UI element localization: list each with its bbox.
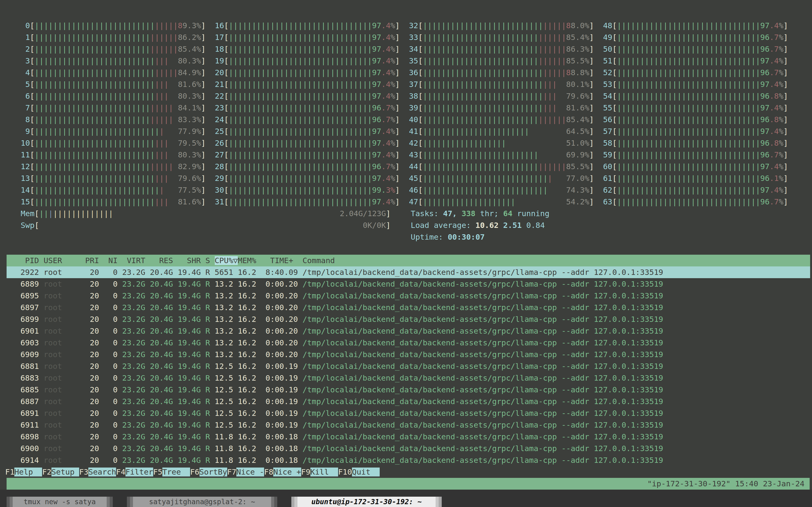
sort-column-cpu[interactable]: CPU%▽ — [215, 256, 238, 265]
terminal-tab[interactable]: satyajitghana@gsplat-2: ~ — [127, 497, 277, 507]
fkey-f7[interactable]: F7 — [227, 467, 236, 476]
cpu-meter-10: 10[||||||||||||||||||||||||||||| 79.5%] — [21, 137, 206, 149]
cpu-meter-49: 49[|||||||||||||||||||||||||||||||96.7%] — [603, 32, 788, 43]
cpu-meter-17: 17[|||||||||||||||||||||||||||||||97.4%] — [215, 32, 400, 43]
cpu-meter-25: 25[|||||||||||||||||||||||||||||||97.4%] — [215, 125, 400, 137]
process-row[interactable]: 6914 root 20 0 23.2G 20.4G 19.4G R 11.8 … — [7, 454, 810, 466]
cpu-meter-40: 40[|||||||||||||||||||||||||||||||85.4%] — [409, 114, 594, 125]
tab-title: tmux new -s satya — [13, 497, 107, 507]
cpu-meter-11: 11[||||||||||||||||||||||||||||| 80.3%] — [21, 149, 206, 161]
cpu-meter-21: 21[|||||||||||||||||||||||||||||||97.4%] — [215, 78, 400, 90]
process-row[interactable]: 6889 root 20 0 23.2G 20.4G 19.4G R 13.2 … — [7, 278, 810, 290]
process-row[interactable]: 6901 root 20 0 23.2G 20.4G 19.4G R 13.2 … — [7, 325, 810, 337]
memory-meter: Mem[|||||||||||||||| 2.04G/123G] — [21, 208, 391, 219]
cpu-meter-23: 23[|||||||||||||||||||||||||||||||96.7%] — [215, 102, 400, 114]
terminal-tab-active[interactable]: ubuntu@ip-172-31-30-192: ~ — [291, 497, 442, 507]
fkey-label-tree[interactable]: Tree — [162, 467, 190, 476]
cpu-meter-55: 55[|||||||||||||||||||||||||||||||97.4%] — [603, 102, 788, 114]
cpu-meter-22: 22[|||||||||||||||||||||||||||||||97.4%] — [215, 90, 400, 102]
cpu-meter-45: 45[|||||||||||||||||||||||||||| 77.0%] — [409, 172, 594, 184]
cpu-meter-57: 57[|||||||||||||||||||||||||||||||97.4%] — [603, 125, 788, 137]
cpu-meter-29: 29[|||||||||||||||||||||||||||||||97.4%] — [215, 172, 400, 184]
process-row-selected[interactable]: 2922 root 20 0 23.2G 20.4G 19.4G R 5651 … — [7, 267, 810, 278]
process-row[interactable]: 6909 root 20 0 23.2G 20.4G 19.4G R 13.2 … — [7, 349, 810, 360]
cpu-meter-47: 47[|||||||||||||||||||| 54.2%] — [409, 196, 594, 208]
cpu-meter-0: 0[|||||||||||||||||||||||||||||||89.3%] — [21, 20, 206, 32]
cpu-meter-column: 32[|||||||||||||||||||||||||||||||88.0%]… — [409, 20, 594, 208]
cpu-meter-41: 41[||||||||||||||||||||||| 64.5%] — [409, 125, 594, 137]
cpu-meter-2: 2[|||||||||||||||||||||||||||||||85.4%] — [21, 43, 206, 55]
cpu-meter-27: 27[|||||||||||||||||||||||||||||||97.4%] — [215, 149, 400, 161]
cpu-meter-column: 16[|||||||||||||||||||||||||||||||97.4%]… — [215, 20, 400, 208]
cpu-meter-42: 42[|||||||||||||||||| 51.0%] — [409, 137, 594, 149]
cpu-meter-48: 48[|||||||||||||||||||||||||||||||97.4%] — [603, 20, 788, 32]
fkey-f3[interactable]: F3 — [79, 467, 89, 476]
cpu-meter-20: 20[|||||||||||||||||||||||||||||||97.4%] — [215, 67, 400, 78]
cpu-meter-31: 31[|||||||||||||||||||||||||||||||97.4%] — [215, 196, 400, 208]
cpu-meter-18: 18[|||||||||||||||||||||||||||||||97.4%] — [215, 43, 400, 55]
terminal-tab[interactable]: tmux new -s satya — [7, 497, 113, 507]
process-row[interactable]: 6891 root 20 0 23.2G 20.4G 19.4G R 12.5 … — [7, 407, 810, 419]
cpu-meter-33: 33[|||||||||||||||||||||||||||||||85.4%] — [409, 32, 594, 43]
process-row[interactable]: 6898 root 20 0 23.2G 20.4G 19.4G R 11.8 … — [7, 431, 810, 443]
process-row[interactable]: 6903 root 20 0 23.2G 20.4G 19.4G R 13.2 … — [7, 337, 810, 349]
fkey-f10[interactable]: F10 — [338, 467, 352, 476]
tasks-load-uptime: Tasks: 47, 338 thr; 64 runningLoad avera… — [411, 208, 549, 243]
fkey-label-quit[interactable]: Quit — [352, 467, 380, 476]
cpu-meter-16: 16[|||||||||||||||||||||||||||||||97.4%] — [215, 20, 400, 32]
fkey-f5[interactable]: F5 — [153, 467, 162, 476]
cpu-meter-column: 48[|||||||||||||||||||||||||||||||97.4%]… — [603, 20, 788, 208]
process-table: PID USER PRI NI VIRT RES SHR S CPU%▽MEM%… — [0, 255, 812, 466]
uptime: Uptime: 00:30:07 — [411, 231, 549, 243]
fkey-f4[interactable]: F4 — [116, 467, 125, 476]
process-row[interactable]: 6883 root 20 0 23.2G 20.4G 19.4G R 12.5 … — [7, 372, 810, 384]
fkey-label-setup[interactable]: Setup — [51, 467, 79, 476]
cpu-meter-58: 58[|||||||||||||||||||||||||||||||96.8%] — [603, 137, 788, 149]
table-header[interactable]: PID USER PRI NI VIRT RES SHR S CPU%▽MEM%… — [7, 255, 810, 267]
fkey-label-kill[interactable]: Kill — [310, 467, 338, 476]
cpu-meter-61: 61[|||||||||||||||||||||||||||||||96.1%] — [603, 172, 788, 184]
cpu-meter-35: 35[|||||||||||||||||||||||||||||||85.5%] — [409, 55, 594, 67]
cpu-meter-62: 62[|||||||||||||||||||||||||||||||97.4%] — [603, 184, 788, 196]
fkey-label-filter[interactable]: Filter — [125, 467, 153, 476]
fkey-f8[interactable]: F8 — [264, 467, 273, 476]
fkey-f6[interactable]: F6 — [190, 467, 199, 476]
process-row[interactable]: 6887 root 20 0 23.2G 20.4G 19.4G R 12.5 … — [7, 396, 810, 407]
cpu-meter-60: 60[|||||||||||||||||||||||||||||||97.4%] — [603, 161, 788, 172]
cpu-meter-6: 6[||||||||||||||||||||||||||||| 80.3%] — [21, 90, 206, 102]
cpu-meter-46: 46[||||||||||||||||||||||||||| 74.3%] — [409, 184, 594, 196]
process-row[interactable]: 6900 root 20 0 23.2G 20.4G 19.4G R 11.8 … — [7, 443, 810, 454]
fkey-label-nice-[interactable]: Nice - — [236, 467, 264, 476]
fkey-label-help[interactable]: Help — [14, 467, 42, 476]
process-row[interactable]: 6885 root 20 0 23.2G 20.4G 19.4G R 12.5 … — [7, 384, 810, 396]
cpu-meter-36: 36[|||||||||||||||||||||||||||||||88.8%] — [409, 67, 594, 78]
fkey-label-search[interactable]: Search — [89, 467, 116, 476]
cpu-meter-1: 1[|||||||||||||||||||||||||||||||86.2%] — [21, 32, 206, 43]
cpu-meter-59: 59[|||||||||||||||||||||||||||||||96.7%] — [603, 149, 788, 161]
cpu-meter-30: 30[|||||||||||||||||||||||||||||||99.3%] — [215, 184, 400, 196]
process-row[interactable]: 6881 root 20 0 23.2G 20.4G 19.4G R 12.5 … — [7, 360, 810, 372]
cpu-meter-14: 14[|||||||||||||||||||||||||||| 77.5%] — [21, 184, 206, 196]
cpu-meter-56: 56[|||||||||||||||||||||||||||||||96.8%] — [603, 114, 788, 125]
fkey-label-sortby[interactable]: SortBy — [199, 467, 227, 476]
terminal-screen: 0[|||||||||||||||||||||||||||||||89.3%] … — [0, 0, 812, 507]
cpu-meter-12: 12[|||||||||||||||||||||||||||||| 82.9%] — [21, 161, 206, 172]
cpu-meter-24: 24[|||||||||||||||||||||||||||||||96.7%] — [215, 114, 400, 125]
process-row[interactable]: 6911 root 20 0 23.2G 20.4G 19.4G R 12.5 … — [7, 419, 810, 431]
process-row[interactable]: 6895 root 20 0 23.2G 20.4G 19.4G R 13.2 … — [7, 290, 810, 302]
cpu-meter-54: 54[|||||||||||||||||||||||||||||||96.8%] — [603, 90, 788, 102]
process-row[interactable]: 6899 root 20 0 23.2G 20.4G 19.4G R 13.2 … — [7, 314, 810, 325]
fkey-f9[interactable]: F9 — [301, 467, 310, 476]
tab-title: satyajitghana@gsplat-2: ~ — [133, 497, 271, 507]
fkey-label-nice-[interactable]: Nice + — [273, 467, 301, 476]
cpu-meter-28: 28[|||||||||||||||||||||||||||||||96.7%] — [215, 161, 400, 172]
cpu-meter-8: 8[|||||||||||||||||||||||||||||| 83.3%] — [21, 114, 206, 125]
fkey-f2[interactable]: F2 — [42, 467, 51, 476]
process-row[interactable]: 6897 root 20 0 23.2G 20.4G 19.4G R 13.2 … — [7, 302, 810, 314]
cpu-meter-13: 13[||||||||||||||||||||||||||||| 79.6%] — [21, 172, 206, 184]
tab-title: ubuntu@ip-172-31-30-192: ~ — [297, 497, 436, 507]
fkey-f1[interactable]: F1 — [5, 467, 14, 476]
terminal-tab-bar: tmux new -s satyasatyajitghana@gsplat-2:… — [0, 490, 812, 507]
tasks-summary: Tasks: 47, 338 thr; 64 running — [411, 208, 549, 219]
cpu-meter-63: 63[|||||||||||||||||||||||||||||||96.7%] — [603, 196, 788, 208]
